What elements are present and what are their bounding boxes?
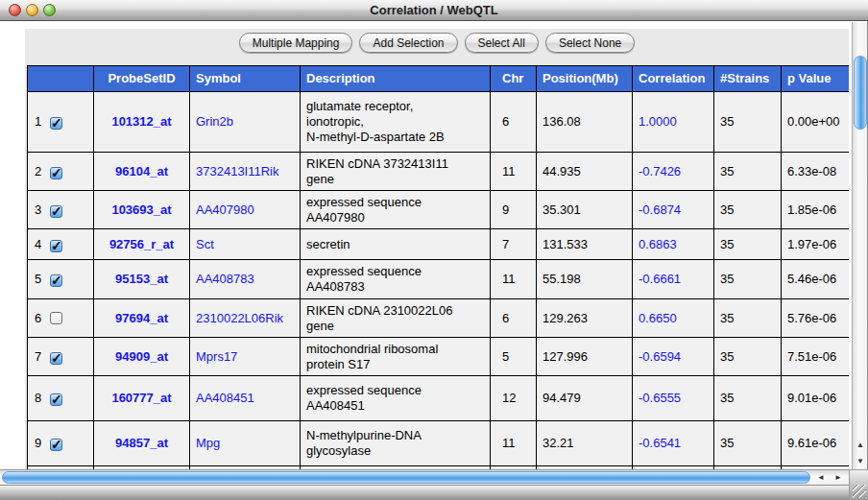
select-all-button[interactable]: Select All	[465, 33, 539, 53]
p-value: 9.61e-06	[787, 436, 843, 451]
row-checkbox[interactable]: ✓	[50, 205, 62, 218]
table-body: 1✓101312_atGrin2bglutamate receptor, ion…	[28, 92, 850, 470]
correlation-value[interactable]: 0.6863	[639, 237, 677, 251]
row-checkbox[interactable]: ✓	[50, 439, 62, 451]
results-panel: Multiple MappingAdd SelectionSelect AllS…	[25, 29, 849, 469]
chr-value: 7	[502, 237, 530, 252]
window-titlebar[interactable]: Correlation / WebQTL	[0, 0, 868, 21]
symbol-link[interactable]: 3732413I11Rik	[196, 164, 279, 179]
strains-value-cell: 35	[714, 260, 782, 299]
p-value: 6.33e-08	[787, 164, 843, 179]
probesetid-link[interactable]: 94909_at	[115, 349, 168, 364]
probesetid-link[interactable]: 101312_at	[111, 114, 171, 129]
correlation-value[interactable]: 0.6650	[639, 311, 677, 325]
symbol-link[interactable]: AA408783	[196, 272, 254, 286]
p-value-cell: 7.51e-06	[782, 338, 850, 376]
add-selection-button[interactable]: Add Selection	[359, 33, 457, 53]
row-checkbox[interactable]: ✓	[50, 240, 62, 252]
row-checkbox[interactable]: ✓	[50, 167, 62, 179]
column-header-select	[28, 66, 94, 92]
probesetid-link[interactable]: 94857_at	[115, 436, 168, 450]
scroll-down-button[interactable]: ▼	[853, 453, 868, 469]
strains-value: 35	[720, 436, 775, 451]
horizontal-scrollbar[interactable]: ◄ ►	[0, 469, 849, 485]
description-text-cell: glutamate receptor, ionotropic, N-methyl…	[301, 92, 491, 153]
row-checkbox[interactable]: ✓	[50, 274, 62, 287]
symbol-link-cell: Grin2b	[190, 92, 301, 153]
chr-value-cell: 11	[491, 421, 537, 466]
position-value: 55.198	[542, 272, 626, 287]
description-text: expressed sequence AA408451	[306, 383, 484, 414]
chr-value-cell: 11	[491, 260, 537, 299]
chr-value: 11	[502, 272, 530, 287]
p-value-cell: 5.76e-06	[782, 299, 850, 338]
position-value-cell: 129.263	[537, 299, 633, 338]
symbol-link-cell: AA408783	[190, 260, 301, 299]
symbol-link-cell: Mprs17	[190, 338, 301, 376]
symbol-link[interactable]: AA407980	[196, 202, 254, 217]
row-checkbox[interactable]: ✓	[50, 352, 62, 365]
row-select-cell: 2✓	[28, 153, 94, 191]
row-select-cell: 3✓	[28, 191, 94, 229]
multiple-mapping-button[interactable]: Multiple Mapping	[239, 33, 353, 53]
horizontal-scrollbar-thumb[interactable]	[2, 471, 810, 484]
symbol-link-cell: Sct	[190, 229, 301, 260]
p-value: 1.85e-06	[787, 202, 843, 218]
symbol-link[interactable]: Grin2b	[196, 114, 233, 129]
probesetid-link-cell: 92756_r_at	[94, 229, 190, 260]
description-text-cell: RIKEN cDNA 2310022L06 gene	[301, 299, 491, 338]
symbol-link[interactable]: Sct	[196, 237, 214, 251]
p-value-cell: 5.46e-06	[782, 260, 850, 299]
scroll-right-button[interactable]: ►	[830, 470, 847, 485]
vertical-scrollbar-thumb[interactable]	[854, 56, 867, 130]
strains-value: 35	[720, 349, 775, 365]
row-checkbox[interactable]	[50, 312, 62, 324]
probesetid-link[interactable]: 96104_at	[115, 164, 168, 179]
position-value-cell: 32.21	[537, 421, 633, 466]
correlation-value[interactable]: -0.6555	[639, 391, 681, 405]
row-select-cell: 7✓	[28, 338, 94, 376]
probesetid-link[interactable]: 95153_at	[115, 272, 168, 286]
correlation-value[interactable]: 1.0000	[639, 114, 677, 129]
p-value: 7.51e-06	[787, 349, 843, 365]
table-row: 5✓95153_atAA408783expressed sequence AA4…	[28, 260, 850, 299]
symbol-link[interactable]: Mpg	[196, 436, 220, 450]
symbol-link[interactable]: Mprs17	[196, 349, 237, 364]
row-number: 5	[35, 272, 43, 287]
probesetid-link[interactable]: 103693_at	[111, 202, 171, 217]
correlation-value[interactable]: -0.6874	[639, 202, 681, 217]
correlation-value[interactable]: -0.6661	[639, 272, 681, 286]
strains-value-cell: 35	[714, 92, 782, 153]
correlation-value[interactable]: -0.7426	[639, 164, 681, 179]
correlation-value-cell: 1.0000	[633, 92, 714, 153]
symbol-link[interactable]: 2310022L06Rik	[196, 311, 283, 325]
row-checkbox[interactable]: ✓	[50, 393, 62, 406]
row-number: 4	[35, 237, 43, 252]
table-row: 2✓96104_at3732413I11RikRIKEN cDNA 373241…	[28, 153, 850, 191]
select-none-button[interactable]: Select None	[545, 33, 635, 53]
vertical-scrollbar[interactable]: ▲ ▼	[852, 22, 867, 469]
p-value-cell: 0.00e+00	[782, 92, 850, 153]
symbol-link-cell: 3732413I11Rik	[190, 153, 301, 191]
symbol-link[interactable]: AA408451	[196, 391, 254, 405]
probesetid-link[interactable]: 160777_at	[111, 391, 171, 405]
column-header-correlation: Correlation	[633, 66, 714, 92]
description-text: glutamate receptor, ionotropic, N-methyl…	[306, 99, 484, 145]
row-number: 1	[35, 114, 43, 130]
chr-value-cell: 5	[491, 338, 537, 376]
correlation-value-cell: -0.7426	[633, 153, 714, 191]
column-header-probesetid: ProbeSetID	[94, 66, 190, 92]
table-row: 3✓103693_atAA407980expressed sequence AA…	[28, 191, 850, 229]
chr-value-cell: 12	[491, 376, 537, 421]
row-select-cell: 6	[28, 299, 94, 338]
resize-grip[interactable]	[853, 485, 866, 498]
scroll-left-button[interactable]: ◄	[812, 470, 830, 485]
position-value: 32.21	[542, 436, 626, 451]
row-checkbox[interactable]: ✓	[50, 117, 62, 130]
probesetid-link[interactable]: 97694_at	[115, 311, 168, 325]
probesetid-link[interactable]: 92756_r_at	[109, 237, 174, 251]
correlation-value[interactable]: -0.6541	[639, 436, 681, 450]
chr-value-cell: 9	[491, 191, 537, 229]
correlation-value[interactable]: -0.6594	[639, 349, 681, 364]
scroll-up-button[interactable]: ▲	[853, 437, 868, 453]
